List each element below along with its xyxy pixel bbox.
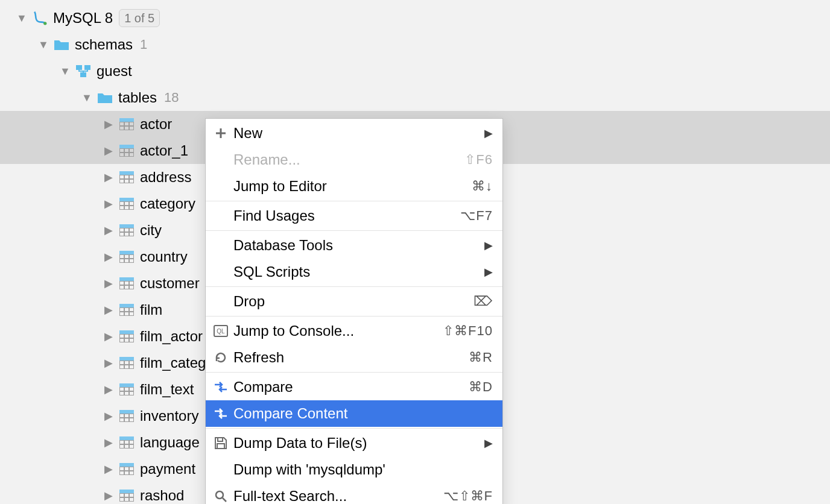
svg-rect-33	[119, 224, 134, 228]
menu-separator	[206, 316, 502, 317]
menu-item-shortcut: ⌥⇧⌘F	[443, 488, 493, 504]
menu-item: Rename...⇧F6	[206, 146, 502, 173]
menu-item[interactable]: SQL Scripts▶	[206, 259, 502, 285]
menu-item-label: Compare	[233, 379, 469, 395]
menu-item-shortcut: ⌦	[474, 294, 493, 309]
tree-node-schemas[interactable]: ▼ schemas 1	[0, 31, 830, 58]
plus-icon	[212, 124, 230, 142]
menu-item[interactable]: Jump to Editor⌘↓	[206, 173, 502, 200]
collapse-arrow-icon[interactable]: ▶	[101, 356, 116, 370]
menu-item[interactable]: Compare⌘D	[206, 374, 502, 400]
svg-rect-96	[218, 438, 223, 441]
blank-icon	[212, 207, 230, 225]
menu-item-label: Database Tools	[233, 237, 480, 254]
svg-rect-3	[80, 72, 86, 77]
expand-arrow-icon[interactable]: ▼	[36, 37, 51, 52]
svg-rect-2	[84, 65, 90, 70]
tables-count: 18	[164, 90, 179, 106]
svg-rect-63	[119, 357, 134, 361]
menu-item-shortcut: ⌥F7	[460, 208, 493, 224]
tree-label: language	[140, 434, 200, 451]
table-icon	[118, 222, 135, 239]
blank-icon	[212, 177, 230, 195]
collapse-arrow-icon[interactable]: ▶	[101, 276, 116, 291]
menu-item[interactable]: Compare Content	[206, 400, 502, 427]
menu-item-label: Jump to Console...	[233, 323, 443, 339]
menu-item-label: Compare Content	[233, 405, 493, 422]
menu-item-label: Jump to Editor	[233, 178, 472, 195]
menu-item[interactable]: Dump Data to File(s)▶	[206, 430, 502, 456]
menu-item[interactable]: Database Tools▶	[206, 232, 502, 259]
table-icon	[118, 354, 135, 371]
table-icon	[118, 169, 135, 186]
svg-rect-21	[119, 171, 134, 175]
menu-separator	[206, 201, 502, 201]
svg-point-98	[216, 491, 223, 499]
menu-item[interactable]: Find Usages⌥F7	[206, 203, 502, 229]
tree-label: country	[140, 248, 188, 265]
menu-item[interactable]: New▶	[206, 120, 502, 146]
collapse-arrow-icon[interactable]: ▶	[101, 329, 116, 344]
table-icon	[118, 195, 135, 212]
menu-item[interactable]: Dump with 'mysqldump'	[206, 456, 502, 483]
context-menu: New▶Rename...⇧F6Jump to Editor⌘↓Find Usa…	[205, 118, 503, 504]
menu-item[interactable]: Full-text Search...⌥⇧⌘F	[206, 483, 502, 504]
tree-label: city	[140, 222, 162, 239]
svg-rect-97	[217, 444, 224, 449]
tree-node-schema[interactable]: ▼ guest	[0, 58, 830, 84]
compare-icon	[212, 405, 230, 423]
collapse-arrow-icon[interactable]: ▶	[101, 488, 116, 503]
svg-rect-1	[76, 65, 82, 70]
blank-icon	[212, 236, 230, 254]
tree-label: MySQL 8	[53, 10, 113, 27]
menu-item[interactable]: Refresh⌘R	[206, 344, 502, 371]
menu-item-label: New	[233, 125, 480, 142]
collapse-arrow-icon[interactable]: ▶	[101, 197, 116, 211]
collapse-arrow-icon[interactable]: ▶	[101, 223, 116, 238]
expand-arrow-icon[interactable]: ▼	[14, 11, 29, 25]
collapse-arrow-icon[interactable]: ▶	[101, 303, 116, 317]
tree-label: film_actor	[140, 328, 203, 345]
svg-rect-15	[119, 145, 134, 148]
mysql-icon	[31, 10, 48, 27]
menu-item-label: Dump Data to File(s)	[233, 435, 480, 452]
table-icon	[118, 487, 135, 504]
tree-node-tables[interactable]: ▼ tables 18	[0, 84, 830, 111]
collapse-arrow-icon[interactable]: ▶	[101, 117, 116, 131]
svg-rect-27	[119, 198, 134, 201]
menu-item-label: Refresh	[233, 349, 469, 366]
collapse-arrow-icon[interactable]: ▶	[101, 409, 116, 423]
menu-separator	[206, 372, 502, 373]
tree-node-datasource[interactable]: ▼ MySQL 8 1 of 5	[0, 5, 830, 31]
table-icon	[118, 142, 135, 159]
table-icon	[118, 408, 135, 424]
tree-label: film	[140, 301, 162, 318]
collapse-arrow-icon[interactable]: ▶	[101, 170, 116, 184]
tree-label: actor_1	[140, 142, 188, 159]
menu-item[interactable]: Drop⌦	[206, 288, 502, 315]
menu-item-label: Find Usages	[233, 207, 460, 224]
menu-item-shortcut: ⇧⌘F10	[443, 323, 493, 339]
menu-item[interactable]: QLJump to Console...⇧⌘F10	[206, 318, 502, 344]
search-icon	[212, 487, 230, 504]
collapse-arrow-icon[interactable]: ▶	[101, 435, 116, 450]
blank-icon	[212, 263, 230, 281]
expand-arrow-icon[interactable]: ▼	[80, 90, 94, 105]
menu-item-shortcut: ⌘R	[469, 350, 493, 365]
menu-item-label: SQL Scripts	[233, 263, 480, 280]
menu-separator	[206, 286, 502, 287]
table-icon	[118, 434, 135, 451]
blank-icon	[212, 292, 230, 310]
collapse-arrow-icon[interactable]: ▶	[101, 250, 116, 264]
schemas-count: 1	[140, 37, 147, 52]
expand-arrow-icon[interactable]: ▼	[58, 64, 72, 78]
menu-separator	[206, 428, 502, 429]
collapse-arrow-icon[interactable]: ▶	[101, 382, 116, 397]
submenu-arrow-icon: ▶	[484, 436, 493, 450]
collapse-arrow-icon[interactable]: ▶	[101, 462, 116, 476]
collapse-arrow-icon[interactable]: ▶	[101, 143, 116, 158]
menu-item-label: Drop	[233, 293, 474, 310]
svg-rect-81	[119, 436, 134, 440]
svg-rect-51	[119, 304, 134, 307]
svg-point-0	[43, 22, 46, 25]
